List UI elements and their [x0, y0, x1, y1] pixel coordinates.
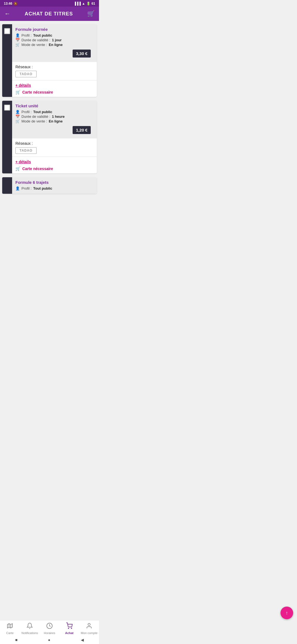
network-badge-2[interactable]: TADAO	[15, 147, 37, 154]
networks-label-2: Réseaux :	[15, 141, 94, 146]
profil-label-2: Profil :	[21, 110, 32, 114]
card-body-2: Ticket unité 👤 Profil : Tout public 📅 Du…	[12, 101, 97, 173]
profil-value-2: Tout public	[33, 110, 52, 114]
profil-label-1: Profil :	[21, 33, 32, 37]
card-profil-row-1: 👤 Profil : Tout public	[15, 33, 94, 37]
mode-value-2: En ligne	[49, 119, 63, 123]
card-header-2: Ticket unité 👤 Profil : Tout public 📅 Du…	[12, 101, 97, 138]
duree-value-2: 1 heure	[52, 114, 65, 119]
card-mode-row-2: 🛒 Mode de vente : En ligne	[15, 119, 94, 123]
shop-icon-2: 🛒	[15, 119, 20, 123]
carte-necessaire-2: 🛒 Carte nécessaire	[15, 166, 94, 171]
duree-value-1: 1 jour	[52, 38, 62, 42]
calendar-icon-1: 📅	[15, 38, 20, 42]
battery-icon: 🔋	[86, 2, 90, 6]
card-body-1: Formule journée 👤 Profil : Tout public 📅…	[12, 24, 97, 97]
price-tag-1: 3,30 €	[73, 50, 91, 58]
carte-necessaire-1: 🛒 Carte nécessaire	[15, 90, 94, 95]
cart-icon[interactable]: 🛒	[87, 10, 95, 17]
card-networks-1: Réseaux : TADAO	[12, 62, 97, 80]
carte-icon-1: 🛒	[15, 90, 21, 95]
mode-value-1: En ligne	[49, 43, 63, 47]
profil-value-3: Tout public	[33, 186, 52, 190]
card-ticket-unite: Ticket unité 👤 Profil : Tout public 📅 Du…	[2, 101, 97, 173]
card-left-bar-2	[2, 101, 12, 173]
card-formule-6-trajets: Formule 6 trajets 👤 Profil : Tout public	[2, 177, 97, 194]
card-header-3: Formule 6 trajets 👤 Profil : Tout public	[12, 177, 97, 194]
mute-icon: 🔕	[13, 2, 18, 6]
card-header-1: Formule journée 👤 Profil : Tout public 📅…	[12, 24, 97, 62]
person-icon-2: 👤	[15, 110, 20, 114]
carte-label-1: Carte nécessaire	[22, 90, 53, 94]
details-link-2[interactable]: + détails	[15, 160, 94, 164]
card-footer-1: + détails 🛒 Carte nécessaire	[12, 80, 97, 97]
person-icon-1: 👤	[15, 33, 20, 37]
price-row-1: 3,30 €	[15, 47, 94, 59]
profil-value-1: Tout public	[33, 33, 52, 37]
card-duree-row-1: 📅 Durée de validité : 1 jour	[15, 38, 94, 42]
duree-label-1: Durée de validité :	[21, 38, 50, 42]
main-content: Formule journée 👤 Profil : Tout public 📅…	[0, 21, 99, 231]
price-row-2: 1,20 €	[15, 124, 94, 136]
card-left-bar-1	[2, 24, 12, 97]
networks-label-1: Réseaux :	[15, 65, 94, 69]
carte-icon-2: 🛒	[15, 166, 21, 171]
carte-label-2: Carte nécessaire	[22, 167, 53, 171]
card-profil-row-3: 👤 Profil : Tout public	[15, 186, 94, 190]
profil-label-3: Profil :	[21, 186, 32, 190]
person-icon-3: 👤	[15, 186, 20, 190]
card-mode-row-1: 🛒 Mode de vente : En ligne	[15, 43, 94, 47]
status-time: 13:46	[4, 2, 12, 6]
card-title-2: Ticket unité	[15, 103, 94, 108]
page-title: ACHAT DE TITRES	[25, 11, 73, 17]
card-duree-row-2: 📅 Durée de validité : 1 heure	[15, 114, 94, 119]
card-title-1: Formule journée	[15, 27, 94, 32]
details-link-1[interactable]: + détails	[15, 83, 94, 88]
card-networks-2: Réseaux : TADAO	[12, 138, 97, 157]
network-badge-1[interactable]: TADAO	[15, 71, 37, 77]
card-body-3: Formule 6 trajets 👤 Profil : Tout public	[12, 177, 97, 194]
card-left-bar-3	[2, 177, 12, 194]
card-formule-journee: Formule journée 👤 Profil : Tout public 📅…	[2, 24, 97, 97]
signal-icon: ▐▐▐	[74, 2, 81, 6]
card-checkbox-2[interactable]	[4, 105, 10, 111]
duree-label-2: Durée de validité :	[21, 114, 50, 119]
battery-level: 61	[92, 2, 95, 6]
top-bar: ← ACHAT DE TITRES 🛒	[0, 7, 99, 21]
status-bar: 13:46 🔕 ▐▐▐ ▲ 🔋 61	[0, 0, 99, 7]
wifi-icon: ▲	[82, 2, 85, 6]
card-title-3: Formule 6 trajets	[15, 180, 94, 185]
back-button[interactable]: ←	[4, 10, 10, 17]
shop-icon-1: 🛒	[15, 43, 20, 47]
mode-label-2: Mode de vente :	[21, 119, 47, 123]
card-profil-row-2: 👤 Profil : Tout public	[15, 110, 94, 114]
card-checkbox-1[interactable]	[4, 28, 10, 34]
mode-label-1: Mode de vente :	[21, 43, 47, 47]
card-footer-2: + détails 🛒 Carte nécessaire	[12, 157, 97, 173]
calendar-icon-2: 📅	[15, 114, 20, 119]
price-tag-2: 1,20 €	[73, 126, 91, 134]
